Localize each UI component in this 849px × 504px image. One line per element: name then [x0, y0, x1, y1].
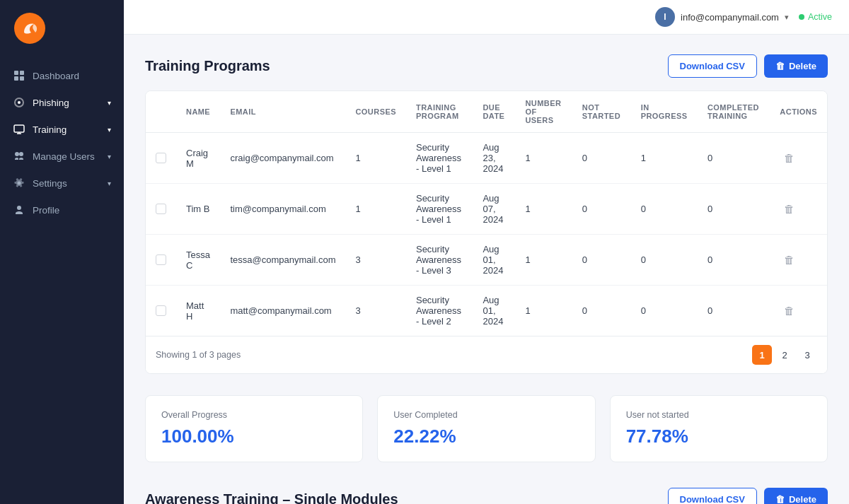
cell-name: Tessa C [176, 235, 220, 286]
sidebar-item-label: Training [33, 124, 100, 135]
sidebar: Dashboard Phishing ▾ Training ▾ Manage U… [0, 0, 124, 504]
sidebar-item-label: Profile [33, 205, 111, 216]
delete-button[interactable]: 🗑 Delete [764, 54, 828, 78]
page-3-button[interactable]: 3 [797, 345, 817, 365]
download-csv-button[interactable]: Download CSV [668, 54, 757, 78]
cell-program: Security Awareness - Level 3 [406, 235, 473, 286]
delete-row-button[interactable]: 🗑 [780, 151, 799, 165]
phishing-icon [13, 96, 25, 109]
topbar: I info@companymail.com ▾ Active [124, 0, 849, 35]
cell-completed: 0 [698, 286, 770, 336]
cell-completed: 0 [698, 184, 770, 235]
user-menu[interactable]: I info@companymail.com ▾ [655, 7, 789, 27]
sidebar-item-training[interactable]: Training ▾ [0, 116, 124, 143]
main-content: I info@companymail.com ▾ Active Training… [124, 0, 849, 504]
sidebar-item-settings[interactable]: Settings ▾ [0, 170, 124, 197]
sidebar-item-phishing[interactable]: Phishing ▾ [0, 89, 124, 116]
cell-num-users: 1 [515, 286, 572, 336]
trash-icon: 🗑 [775, 494, 785, 504]
svg-point-5 [18, 101, 21, 104]
status-label: Active [808, 12, 832, 22]
col-email: EMAIL [220, 91, 345, 133]
section-header: Training Programs Download CSV 🗑 Delete [145, 54, 828, 78]
training-programs-table: NAME EMAIL COURSES TRAINING PROGRAM DUE … [145, 90, 828, 374]
cell-due-date: Aug 23, 2024 [473, 133, 515, 184]
avatar: I [655, 7, 675, 27]
cell-email: matt@companymail.com [220, 286, 345, 336]
pagination: 1 2 3 [752, 345, 817, 365]
sidebar-item-manage-users[interactable]: Manage Users ▾ [0, 143, 124, 170]
delete-button-2[interactable]: 🗑 Delete [764, 488, 828, 504]
logo [0, 0, 124, 57]
chevron-down-icon: ▾ [108, 126, 111, 134]
sidebar-item-label: Settings [33, 178, 100, 189]
row-checkbox[interactable] [156, 204, 166, 214]
svg-rect-4 [20, 76, 24, 81]
delete-row-button[interactable]: 🗑 [780, 303, 799, 318]
stat-value: 22.22% [393, 426, 579, 447]
cell-courses: 1 [345, 184, 405, 235]
svg-rect-2 [20, 71, 24, 75]
cell-program: Security Awareness - Level 2 [406, 286, 473, 336]
cell-due-date: Aug 01, 2024 [473, 286, 515, 336]
sidebar-item-dashboard[interactable]: Dashboard [0, 62, 124, 89]
user-email: info@companymail.com [681, 12, 779, 23]
cell-courses: 3 [345, 286, 405, 336]
col-actions: ACTIONS [770, 91, 827, 133]
stat-label: Overall Progress [161, 410, 347, 420]
cell-email: tessa@companymail.com [220, 235, 345, 286]
monitor-icon [13, 123, 25, 136]
cell-program: Security Awareness - Level 1 [406, 184, 473, 235]
col-due-date: DUE DATE [473, 91, 515, 133]
col-name: NAME [176, 91, 220, 133]
stat-not-started: User not started 77.78% [610, 395, 828, 462]
status-badge: Active [799, 12, 832, 22]
page-title: Awareness Training – Single Modules [145, 491, 398, 504]
cell-num-users: 1 [515, 133, 572, 184]
single-modules-section: Awareness Training – Single Modules Down… [145, 488, 828, 504]
table-row: Tessa C tessa@companymail.com 3 Security… [146, 235, 827, 286]
svg-rect-3 [14, 76, 18, 81]
page-1-button[interactable]: 1 [752, 345, 772, 365]
cell-in-progress: 0 [631, 184, 698, 235]
cell-actions: 🗑 [770, 286, 827, 336]
delete-row-button[interactable]: 🗑 [780, 201, 799, 216]
stat-label: User not started [626, 410, 812, 420]
stat-completed: User Completed 22.22% [377, 395, 595, 462]
cell-courses: 3 [345, 235, 405, 286]
cell-email: craig@companymail.com [220, 133, 345, 184]
cell-completed: 0 [698, 133, 770, 184]
cell-program: Security Awareness - Level 1 [406, 133, 473, 184]
cell-completed: 0 [698, 235, 770, 286]
col-not-started: NOT STARTED [572, 91, 631, 133]
cell-name: Craig M [176, 133, 220, 184]
cell-due-date: Aug 07, 2024 [473, 184, 515, 235]
row-checkbox[interactable] [156, 254, 166, 265]
cell-actions: 🗑 [770, 184, 827, 235]
section-header: Awareness Training – Single Modules Down… [145, 488, 828, 504]
download-csv-button-2[interactable]: Download CSV [668, 488, 757, 504]
sidebar-item-label: Dashboard [33, 71, 111, 81]
cell-num-users: 1 [515, 235, 572, 286]
delete-row-button[interactable]: 🗑 [780, 252, 799, 267]
training-programs-section: Training Programs Download CSV 🗑 Delete … [145, 54, 828, 374]
chevron-down-icon: ▾ [108, 99, 111, 107]
cell-actions: 🗑 [770, 133, 827, 184]
cell-num-users: 1 [515, 184, 572, 235]
stat-label: User Completed [393, 410, 579, 420]
table-row: Matt H matt@companymail.com 3 Security A… [146, 286, 827, 336]
cell-courses: 1 [345, 133, 405, 184]
stats-row: Overall Progress 100.00% User Completed … [145, 395, 828, 462]
cell-actions: 🗑 [770, 235, 827, 286]
cell-in-progress: 0 [631, 286, 698, 336]
stat-value: 100.00% [161, 426, 347, 447]
cell-not-started: 0 [572, 235, 631, 286]
svg-rect-6 [14, 125, 24, 132]
sidebar-item-profile[interactable]: Profile [0, 197, 124, 223]
page-content: Training Programs Download CSV 🗑 Delete … [124, 35, 849, 504]
chevron-down-icon: ▾ [108, 180, 111, 187]
page-2-button[interactable]: 2 [775, 345, 795, 365]
status-dot [799, 14, 804, 20]
row-checkbox[interactable] [156, 305, 166, 316]
row-checkbox[interactable] [156, 153, 166, 163]
